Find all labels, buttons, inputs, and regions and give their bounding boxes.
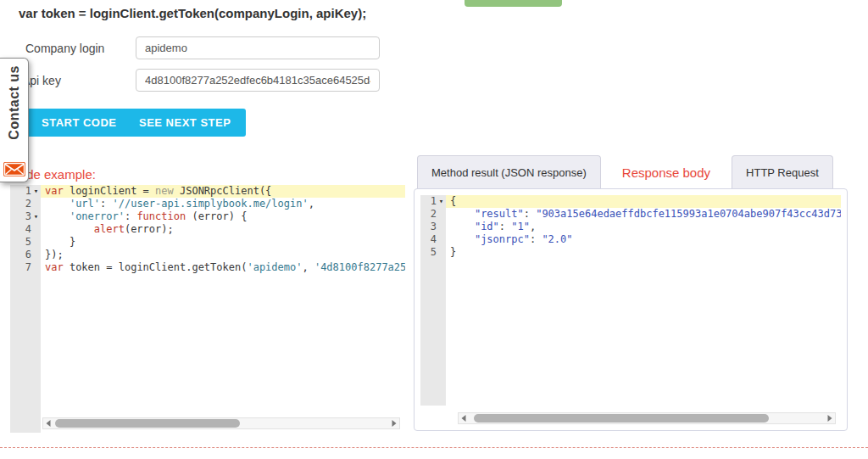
api-demo-page: var token = loginClient.getToken(company… (0, 0, 868, 459)
bottom-dashed-divider (0, 447, 868, 448)
code-text: "id": "1", (446, 221, 841, 233)
code-text: "result": "903a15e64edaeffdbcfe115993a1e… (446, 208, 841, 221)
scroll-right-icon[interactable] (389, 418, 399, 428)
code-text: alert(error); (41, 223, 405, 236)
code-line: 7var token = loginClient.getToken('apide… (10, 261, 405, 274)
scrollbar-thumb[interactable] (55, 419, 240, 428)
start-code-button[interactable]: START CODE (26, 109, 132, 137)
gutter-cell: 3 (420, 221, 446, 233)
line-number: 1 (10, 185, 31, 198)
scroll-left-icon[interactable] (43, 418, 53, 428)
scrollbar-track[interactable] (53, 418, 389, 428)
line-number: 6 (10, 249, 31, 261)
scrollbar-track[interactable] (469, 413, 825, 423)
line-number: 5 (420, 246, 437, 259)
line-number: 1 (420, 195, 437, 208)
code-line: 4 alert(error); (10, 223, 405, 236)
code-text: var loginClient = new JSONRpcClient({ (41, 185, 405, 198)
fold-spacer (31, 198, 41, 210)
gutter-cell: 5 (420, 246, 446, 259)
gutter-cell: 7 (10, 261, 41, 274)
code-text: } (41, 236, 405, 249)
line-number: 2 (10, 198, 31, 210)
line-number: 3 (10, 210, 31, 223)
envelope-icon (3, 162, 25, 176)
code-editor-hscrollbar[interactable] (42, 417, 400, 429)
api-key-input[interactable] (136, 69, 380, 92)
fold-spacer (31, 236, 41, 249)
code-text: "jsonrpc": "2.0" (446, 233, 841, 246)
response-editor-hscrollbar[interactable] (458, 412, 836, 424)
fold-spacer (437, 246, 446, 259)
line-number: 3 (420, 221, 437, 233)
scroll-right-icon[interactable] (825, 413, 835, 423)
code-text: }); (41, 249, 405, 261)
line-number: 4 (420, 233, 437, 246)
company-login-input[interactable] (136, 36, 380, 59)
code-line: 3 "id": "1", (420, 221, 841, 233)
gutter-cell: 2 (10, 198, 41, 210)
gutter-cell: 1▾ (10, 185, 41, 198)
fold-arrow-icon[interactable]: ▾ (437, 195, 446, 208)
code-line: 1▾var loginClient = new JSONRpcClient({ (10, 185, 405, 198)
code-example-editor[interactable]: 1▾var loginClient = new JSONRpcClient({2… (10, 185, 405, 433)
code-text: } (446, 246, 841, 259)
gutter-cell: 2 (420, 208, 446, 221)
code-text: var token = loginClient.getToken('apidem… (41, 261, 405, 274)
code-line: 5 } (10, 236, 405, 249)
code-line: 4 "jsonrpc": "2.0" (420, 233, 841, 246)
code-text: 'url': '//user-api.simplybook.me/login', (41, 198, 405, 210)
token-code-snippet: var token = loginClient.getToken(company… (19, 6, 366, 20)
code-line: 6}); (10, 249, 405, 261)
result-tabbar: Method result (JSON response)Response bo… (417, 155, 833, 188)
scroll-left-icon[interactable] (459, 413, 469, 423)
tab-response-body[interactable]: Response body (608, 155, 725, 188)
company-login-label: Company login (25, 42, 104, 55)
code-text: 'onerror': function (error) { (41, 210, 405, 223)
code-text: { (446, 195, 841, 208)
tab-http-request[interactable]: HTTP Request (732, 155, 833, 188)
fold-spacer (437, 233, 446, 246)
scrollbar-thumb[interactable] (474, 414, 769, 423)
contact-us-label: Contact us (7, 65, 22, 140)
fold-spacer (437, 221, 446, 233)
fold-spacer (31, 261, 41, 274)
fold-arrow-icon[interactable]: ▾ (31, 185, 41, 198)
line-number: 5 (10, 236, 31, 249)
line-number: 2 (420, 208, 437, 221)
fold-spacer (31, 223, 41, 236)
code-line: 1▾{ (420, 195, 841, 208)
fold-arrow-icon[interactable]: ▾ (31, 210, 41, 223)
code-line: 2 'url': '//user-api.simplybook.me/login… (10, 198, 405, 210)
line-number: 7 (10, 261, 31, 274)
fold-spacer (437, 208, 446, 221)
gutter-cell: 1▾ (420, 195, 446, 208)
code-line: 3▾ 'onerror': function (error) { (10, 210, 405, 223)
response-body-editor[interactable]: 1▾{2 "result": "903a15e64edaeffdbcfe1159… (420, 195, 841, 406)
fold-spacer (31, 249, 41, 261)
gutter-cell: 6 (10, 249, 41, 261)
green-button-partial[interactable] (465, 0, 562, 7)
code-line: 5} (420, 246, 841, 259)
gutter-cell: 5 (10, 236, 41, 249)
gutter-cell: 4 (10, 223, 41, 236)
tab-method-result[interactable]: Method result (JSON response) (417, 155, 601, 188)
gutter-cell: 4 (420, 233, 446, 246)
contact-us-tab[interactable]: Contact us (0, 58, 29, 182)
code-line: 2 "result": "903a15e64edaeffdbcfe115993a… (420, 208, 841, 221)
see-next-step-button[interactable]: SEE NEXT STEP (124, 109, 246, 137)
gutter-cell: 3▾ (10, 210, 41, 223)
line-number: 4 (10, 223, 31, 236)
